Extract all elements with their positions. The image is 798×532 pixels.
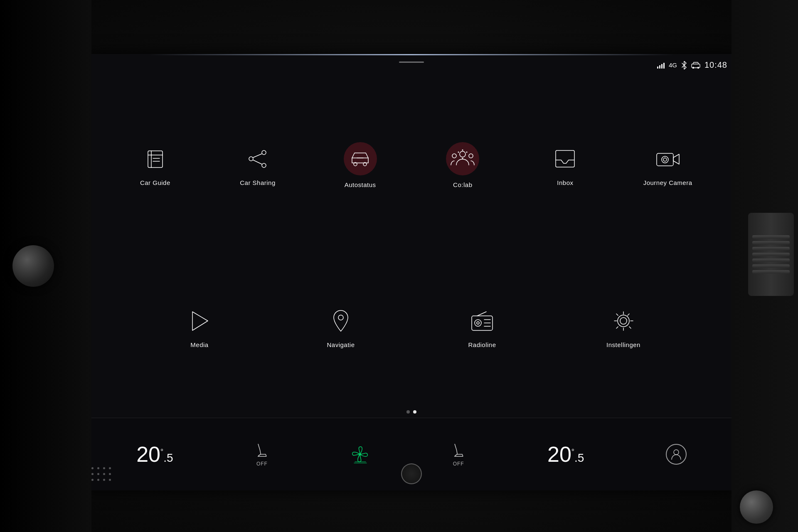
- profile-icon: [670, 448, 682, 461]
- radio-icon: [470, 310, 495, 332]
- car-guide-item[interactable]: Car Guide: [128, 144, 182, 186]
- svg-point-44: [674, 450, 679, 455]
- infotainment-screen: 4G 10:48: [83, 54, 740, 490]
- left-temp-item: 20°.5: [136, 443, 173, 465]
- page-dots: [406, 410, 416, 414]
- navigatie-label: Navigatie: [327, 341, 355, 348]
- svg-point-38: [620, 318, 627, 324]
- location-icon: [330, 308, 351, 333]
- radioline-item[interactable]: Radioline: [455, 306, 509, 348]
- svg-point-39: [618, 315, 629, 327]
- radioline-icon-wrapper: [468, 306, 497, 335]
- settings-icon: [612, 310, 635, 332]
- colab-label: Co:lab: [453, 181, 472, 188]
- inbox-icon-wrapper: [551, 144, 580, 173]
- left-seat-icon: [255, 442, 269, 458]
- left-knob[interactable]: [12, 245, 54, 287]
- swipe-indicator: [399, 62, 424, 63]
- svg-rect-25: [657, 153, 673, 166]
- fan-icon: [351, 445, 369, 464]
- decoration-dots: [91, 467, 112, 482]
- svg-point-19: [469, 154, 473, 158]
- grid-row-2: Media Navigatie: [104, 306, 719, 348]
- bottom-knob[interactable]: [740, 490, 773, 524]
- network-label: 4G: [669, 62, 677, 69]
- car-icon: [349, 150, 372, 168]
- svg-point-23: [466, 152, 468, 153]
- play-icon: [189, 310, 210, 332]
- car-sharing-item[interactable]: Car Sharing: [231, 144, 285, 186]
- left-seat-label: OFF: [256, 461, 268, 467]
- svg-line-37: [477, 312, 486, 316]
- people-icon: [450, 148, 475, 169]
- svg-line-12: [253, 160, 262, 164]
- home-button[interactable]: [401, 463, 422, 484]
- right-temp-value: 20°.5: [547, 443, 584, 465]
- page-dot-1[interactable]: [406, 410, 410, 414]
- page-dot-2[interactable]: [413, 410, 416, 414]
- autostatus-icon-wrapper: [344, 142, 377, 175]
- share-icon: [246, 148, 269, 170]
- svg-marker-29: [192, 312, 208, 330]
- svg-point-27: [662, 156, 668, 163]
- navigatie-item[interactable]: Navigatie: [314, 306, 368, 348]
- grid-row-1: Car Guide Car Sharing: [104, 142, 719, 188]
- svg-point-28: [663, 158, 667, 161]
- svg-marker-26: [673, 154, 679, 164]
- profile-item[interactable]: [666, 444, 687, 465]
- colab-item[interactable]: Co:lab: [436, 142, 490, 188]
- instellingen-label: Instellingen: [606, 341, 640, 348]
- car-guide-icon-wrapper: [140, 144, 170, 173]
- svg-point-21: [462, 158, 463, 159]
- inbox-item[interactable]: Inbox: [538, 144, 592, 186]
- inbox-label: Inbox: [557, 179, 573, 186]
- svg-rect-24: [556, 150, 574, 167]
- inbox-icon: [554, 148, 576, 169]
- car-sharing-label: Car Sharing: [240, 179, 276, 186]
- media-icon-wrapper: [185, 306, 214, 335]
- svg-point-20: [462, 150, 463, 151]
- instellingen-icon-wrapper: [609, 306, 638, 335]
- status-bar: 4G 10:48: [657, 60, 727, 70]
- journey-camera-label: Journey Camera: [643, 179, 692, 186]
- car-connected-icon: [691, 62, 700, 69]
- svg-point-30: [338, 315, 343, 320]
- right-seat-label: OFF: [453, 461, 464, 467]
- right-temp-item: 20°.5: [547, 443, 584, 465]
- media-item[interactable]: Media: [172, 306, 227, 348]
- svg-point-1: [692, 67, 694, 68]
- svg-point-2: [697, 67, 699, 68]
- svg-point-33: [477, 322, 479, 324]
- left-temp-value: 20°.5: [136, 443, 173, 465]
- screen-top-bar: [83, 54, 740, 55]
- svg-point-32: [475, 320, 481, 326]
- car-guide-label: Car Guide: [140, 179, 170, 186]
- left-seat-item[interactable]: OFF: [255, 442, 269, 467]
- fan-item[interactable]: [351, 445, 369, 464]
- navigatie-icon-wrapper: [326, 306, 355, 335]
- main-grid: Car Guide Car Sharing: [83, 75, 740, 416]
- journey-camera-icon-wrapper: [653, 144, 682, 173]
- journey-camera-item[interactable]: Journey Camera: [641, 144, 695, 186]
- autostatus-label: Autostatus: [345, 181, 376, 188]
- right-seat-icon: [451, 442, 466, 458]
- svg-line-11: [253, 154, 262, 158]
- camera-icon: [655, 148, 680, 169]
- autostatus-item[interactable]: Autostatus: [333, 142, 387, 188]
- car-sharing-icon-wrapper: [243, 144, 272, 173]
- outer-frame: 4G 10:48: [0, 0, 798, 532]
- radioline-label: Radioline: [468, 341, 496, 348]
- signal-bars-icon: [657, 62, 665, 69]
- colab-icon-wrapper: [446, 142, 479, 175]
- svg-point-8: [262, 150, 266, 155]
- right-vent: [748, 213, 794, 296]
- svg-point-17: [460, 151, 466, 157]
- book-icon: [144, 148, 167, 170]
- right-seat-item[interactable]: OFF: [451, 442, 466, 467]
- media-label: Media: [190, 341, 208, 348]
- svg-point-10: [262, 163, 266, 167]
- svg-point-40: [359, 453, 361, 456]
- instellingen-item[interactable]: Instellingen: [596, 306, 650, 348]
- right-panel: [732, 0, 798, 532]
- svg-point-22: [458, 152, 459, 153]
